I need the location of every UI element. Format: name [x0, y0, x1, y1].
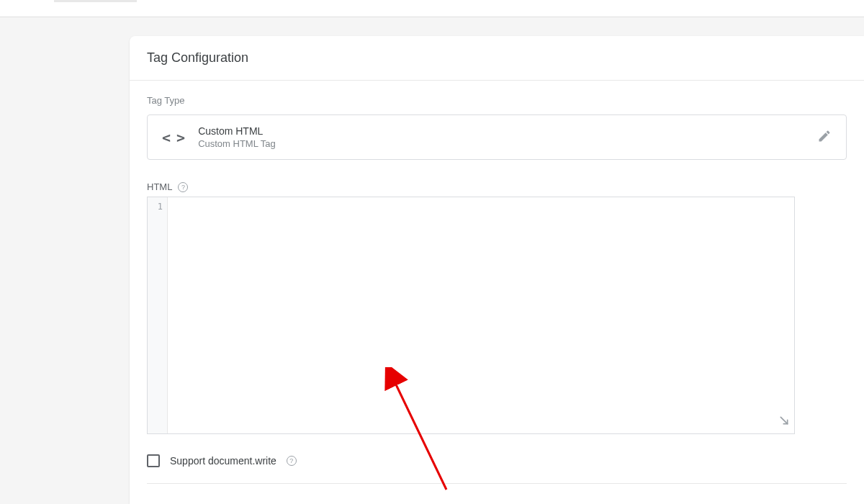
support-document-write-checkbox[interactable]	[147, 454, 160, 467]
support-document-write-row: Support document.write ?	[147, 449, 847, 473]
help-icon[interactable]: ?	[287, 456, 297, 466]
line-number: 1	[148, 200, 167, 213]
tag-type-section-label: Tag Type	[147, 95, 847, 106]
svg-line-0	[780, 417, 787, 423]
panel-title: Tag Configuration	[130, 36, 864, 81]
html-code-editor[interactable]: 1	[147, 197, 795, 434]
edit-icon[interactable]	[817, 129, 832, 146]
divider	[147, 483, 847, 484]
tag-type-subtitle: Custom HTML Tag	[198, 138, 276, 149]
help-icon[interactable]: ?	[178, 182, 188, 192]
top-bar	[0, 0, 864, 17]
tag-type-info: < > Custom HTML Custom HTML Tag	[162, 125, 276, 149]
tag-configuration-panel: Tag Configuration Tag Type < > Custom HT…	[130, 36, 864, 504]
support-document-write-label: Support document.write	[170, 455, 276, 467]
html-label-row: HTML ?	[147, 181, 847, 192]
panel-body: Tag Type < > Custom HTML Custom HTML Tag…	[130, 81, 864, 498]
code-icon: < >	[162, 129, 184, 146]
tag-type-title: Custom HTML	[198, 125, 276, 137]
editor-textarea[interactable]	[168, 197, 794, 433]
editor-gutter: 1	[148, 197, 168, 433]
tag-type-text: Custom HTML Custom HTML Tag	[198, 125, 276, 149]
tag-type-selector[interactable]: < > Custom HTML Custom HTML Tag	[147, 114, 847, 160]
resize-handle-icon[interactable]	[778, 415, 790, 429]
tab-indicator	[54, 0, 137, 2]
html-label: HTML	[147, 181, 172, 192]
